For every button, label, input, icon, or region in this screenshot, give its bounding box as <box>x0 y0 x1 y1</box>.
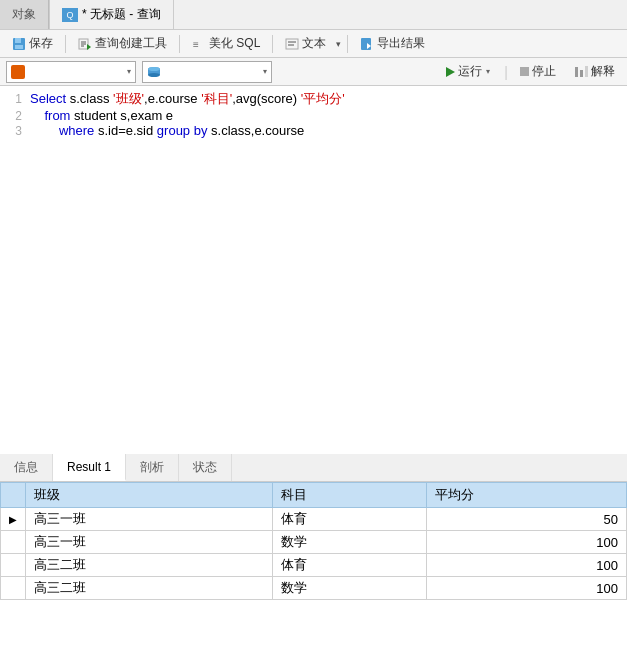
tab-result1-label: Result 1 <box>67 460 111 474</box>
conn1-icon <box>11 65 25 79</box>
line-content-1: Select s.class '班级',e.course '科目',avg(sc… <box>30 90 627 108</box>
db-icon <box>147 65 161 79</box>
table-row[interactable]: 高三二班 数学 100 <box>1 577 627 600</box>
svg-rect-12 <box>361 38 371 50</box>
cell-avg-3: 100 <box>426 554 626 577</box>
header-course: 科目 <box>272 483 426 508</box>
separator-4 <box>347 35 348 53</box>
cell-class-2: 高三一班 <box>26 531 273 554</box>
line-content-2: from student s,exam e <box>30 108 627 123</box>
header-pointer-col <box>1 483 26 508</box>
tab-object-label: 对象 <box>12 6 36 23</box>
tab-status[interactable]: 状态 <box>179 454 232 481</box>
conn1-arrow: ▾ <box>127 67 131 76</box>
conn2-label <box>164 65 260 79</box>
stop-button[interactable]: 停止 <box>514 61 562 82</box>
toolbar: 保存 查询创建工具 ≡ 美化 SQL <box>0 30 627 58</box>
export-button[interactable]: 导出结果 <box>354 33 431 54</box>
connection-bar: ▾ ▾ 运行 ▾ | 停止 <box>0 58 627 86</box>
sql-editor[interactable]: 1 Select s.class '班级',e.course '科目',avg(… <box>0 86 627 454</box>
query-tool-button[interactable]: 查询创建工具 <box>72 33 173 54</box>
tab-profile-label: 剖析 <box>140 459 164 476</box>
run-button[interactable]: 运行 ▾ <box>438 61 498 82</box>
tab-object[interactable]: 对象 <box>0 0 49 29</box>
cell-course-4: 数学 <box>272 577 426 600</box>
line-num-2: 2 <box>0 109 30 123</box>
query-tool-icon <box>78 37 92 51</box>
svg-rect-9 <box>286 39 298 49</box>
result-table: 班级 科目 平均分 ▶ 高三一班 体育 50 高三一班 数 <box>0 482 627 600</box>
tab-query[interactable]: Q * 无标题 - 查询 <box>49 0 174 29</box>
explain-button[interactable]: 解释 <box>568 61 621 82</box>
line-num-3: 3 <box>0 124 30 138</box>
beautify-button[interactable]: ≡ 美化 SQL <box>186 33 266 54</box>
svg-marker-7 <box>87 44 91 50</box>
cell-course-3: 体育 <box>272 554 426 577</box>
table-row[interactable]: 高三一班 数学 100 <box>1 531 627 554</box>
cell-course-2: 数学 <box>272 531 426 554</box>
cell-course-1: 体育 <box>272 508 426 531</box>
row-pointer-1: ▶ <box>1 508 26 531</box>
cell-avg-1: 50 <box>426 508 626 531</box>
run-separator: | <box>504 64 508 80</box>
result-table-header: 班级 科目 平均分 <box>1 483 627 508</box>
tab-info[interactable]: 信息 <box>0 454 53 481</box>
row-pointer-3 <box>1 554 26 577</box>
tab-query-label: * 无标题 - 查询 <box>82 6 161 23</box>
svg-point-16 <box>148 73 160 77</box>
text-button[interactable]: 文本 <box>279 33 332 54</box>
editor-line-1: 1 Select s.class '班级',e.course '科目',avg(… <box>0 90 627 108</box>
title-bar: 对象 Q * 无标题 - 查询 <box>0 0 627 30</box>
separator-2 <box>179 35 180 53</box>
line-num-1: 1 <box>0 92 30 106</box>
svg-point-17 <box>148 67 160 71</box>
svg-rect-19 <box>580 70 583 77</box>
line-content-3: where s.id=e.sid group by s.class,e.cour… <box>30 123 627 138</box>
separator-1 <box>65 35 66 53</box>
query-tab-icon: Q <box>62 8 78 22</box>
result-area: 信息 Result 1 剖析 状态 班级 科目 平均分 <box>0 454 627 664</box>
run-icon <box>446 67 455 77</box>
connection-select-1[interactable]: ▾ <box>6 61 136 83</box>
conn1-label <box>28 65 124 79</box>
cell-class-1: 高三一班 <box>26 508 273 531</box>
result-table-container: 班级 科目 平均分 ▶ 高三一班 体育 50 高三一班 数 <box>0 482 627 664</box>
svg-rect-20 <box>585 66 588 77</box>
run-dropdown-arrow[interactable]: ▾ <box>486 67 490 76</box>
stop-icon <box>520 67 529 76</box>
text-icon <box>285 37 299 51</box>
explain-icon <box>574 65 588 79</box>
tab-result1[interactable]: Result 1 <box>53 454 126 481</box>
separator-3 <box>272 35 273 53</box>
main-window: 对象 Q * 无标题 - 查询 保存 查询创建工具 <box>0 0 627 664</box>
conn2-arrow: ▾ <box>263 67 267 76</box>
export-icon <box>360 37 374 51</box>
header-avg: 平均分 <box>426 483 626 508</box>
header-class: 班级 <box>26 483 273 508</box>
result-tabs: 信息 Result 1 剖析 状态 <box>0 454 627 482</box>
svg-rect-18 <box>575 67 578 77</box>
tab-info-label: 信息 <box>14 459 38 476</box>
text-dropdown-arrow[interactable]: ▾ <box>336 39 341 49</box>
cell-avg-2: 100 <box>426 531 626 554</box>
svg-text:≡: ≡ <box>193 39 199 50</box>
svg-rect-2 <box>15 45 23 49</box>
cell-class-4: 高三二班 <box>26 577 273 600</box>
row-pointer-2 <box>1 531 26 554</box>
connection-select-2[interactable]: ▾ <box>142 61 272 83</box>
tab-status-label: 状态 <box>193 459 217 476</box>
table-row[interactable]: 高三二班 体育 100 <box>1 554 627 577</box>
cell-class-3: 高三二班 <box>26 554 273 577</box>
editor-line-2: 2 from student s,exam e <box>0 108 627 123</box>
save-button[interactable]: 保存 <box>6 33 59 54</box>
save-icon <box>12 37 26 51</box>
tab-profile[interactable]: 剖析 <box>126 454 179 481</box>
editor-line-3: 3 where s.id=e.sid group by s.class,e.co… <box>0 123 627 138</box>
cell-avg-4: 100 <box>426 577 626 600</box>
table-row[interactable]: ▶ 高三一班 体育 50 <box>1 508 627 531</box>
row-pointer-4 <box>1 577 26 600</box>
header-row: 班级 科目 平均分 <box>1 483 627 508</box>
beautify-icon: ≡ <box>192 37 206 51</box>
svg-rect-1 <box>15 38 21 43</box>
result-table-body: ▶ 高三一班 体育 50 高三一班 数学 100 高三二班 体育 <box>1 508 627 600</box>
